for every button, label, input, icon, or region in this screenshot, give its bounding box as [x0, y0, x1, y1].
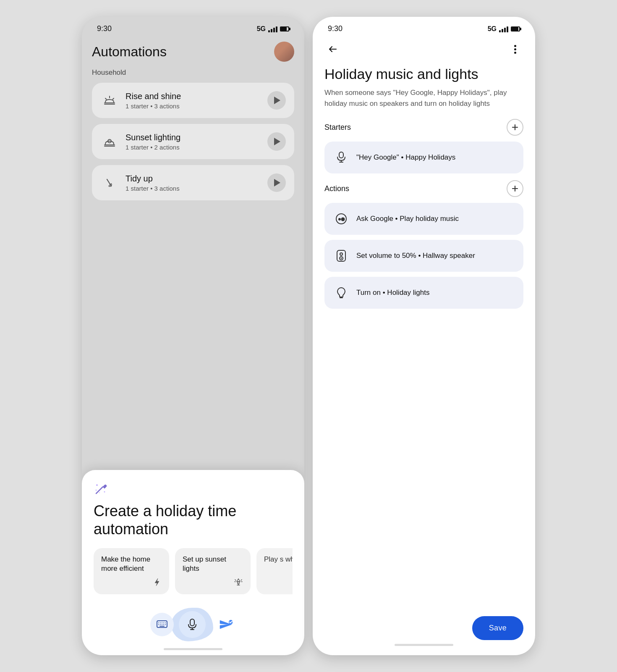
- detail-header: [324, 37, 523, 66]
- home-indicator-left: [164, 648, 222, 650]
- action-text-turn-on-lights: Turn on • Holiday lights: [356, 289, 429, 297]
- lamp-icon: [234, 578, 243, 589]
- svg-rect-28: [190, 619, 194, 626]
- signal-icon-right: [499, 26, 508, 32]
- play-button-sunset-lighting[interactable]: [267, 132, 286, 151]
- automation-title-sunset-lighting: Sunset lighting: [125, 133, 261, 142]
- status-icons-right: 5G: [488, 25, 520, 33]
- right-phone: 9:30 5G: [313, 17, 535, 655]
- network-right: 5G: [488, 25, 497, 33]
- starter-item-text: "Hey Google" • Happy Holidays: [356, 153, 455, 162]
- chip-text-efficient: Make the home more efficient: [101, 555, 162, 573]
- svg-point-8: [99, 492, 100, 493]
- mic-starter-icon: [334, 150, 349, 165]
- automation-subtitle-tidy-up: 1 starter • 3 actions: [125, 185, 261, 192]
- svg-point-36: [338, 218, 341, 220]
- status-bar-right: 9:30 5G: [313, 17, 535, 37]
- svg-line-12: [235, 580, 236, 580]
- send-button[interactable]: [216, 614, 236, 635]
- more-button[interactable]: [507, 41, 523, 58]
- chip-play[interactable]: Play s when: [256, 548, 293, 594]
- suggestion-chips: Make the home more efficient Set up suns…: [94, 548, 293, 594]
- bottom-sheet: Create a holiday time automation Make th…: [82, 470, 304, 655]
- mic-button-container: [179, 611, 206, 638]
- play-button-rise-and-shine[interactable]: [267, 91, 286, 110]
- action-card-set-volume[interactable]: Set volume to 50% • Hallway speaker: [324, 240, 523, 272]
- left-main-content: Automations Household: [82, 37, 304, 200]
- network-left: 5G: [257, 25, 266, 33]
- starters-label: Starters: [324, 123, 351, 132]
- right-main-content: Holiday music and lights When someone sa…: [313, 37, 535, 309]
- automation-text-tidy-up: Tidy up 1 starter • 3 actions: [125, 174, 261, 192]
- time-right: 9:30: [328, 24, 342, 33]
- keyboard-button[interactable]: [150, 613, 174, 636]
- chip-efficient[interactable]: Make the home more efficient: [94, 548, 169, 594]
- magic-icon: [94, 482, 293, 498]
- action-text-ask-google: Ask Google • Play holiday music: [356, 215, 459, 223]
- battery-icon: [280, 26, 289, 32]
- play-icon-sunset-lighting: [274, 138, 280, 145]
- signal-icon: [268, 26, 277, 32]
- svg-point-7: [104, 491, 105, 492]
- sheet-title: Create a holiday time automation: [94, 502, 293, 538]
- battery-icon-right: [511, 26, 520, 32]
- actions-label: Actions: [324, 184, 349, 193]
- automation-text-rise-and-shine: Rise and shine 1 starter • 3 actions: [125, 92, 261, 110]
- status-bar-left: 9:30 5G: [82, 17, 304, 37]
- detail-description: When someone says "Hey Google, Happy Hol…: [324, 87, 523, 109]
- mic-button[interactable]: [179, 611, 206, 638]
- play-button-tidy-up[interactable]: [267, 173, 286, 192]
- play-icon-tidy-up: [274, 179, 280, 186]
- chip-sunset-lights[interactable]: Set up sunset lights: [175, 548, 251, 594]
- back-button[interactable]: [324, 41, 341, 58]
- status-icons-left: 5G: [257, 25, 289, 33]
- svg-rect-32: [339, 152, 343, 158]
- svg-point-6: [96, 484, 98, 486]
- broom-icon: [100, 173, 119, 192]
- sunrise-icon: [100, 91, 119, 110]
- lightning-icon: [152, 578, 162, 589]
- starters-section-header: Starters: [324, 119, 523, 136]
- action-card-ask-google[interactable]: Ask Google • Play holiday music: [324, 203, 523, 235]
- starter-item[interactable]: "Hey Google" • Happy Holidays: [324, 142, 523, 173]
- automation-card-sunset-lighting[interactable]: Sunset lighting 1 starter • 2 actions: [92, 124, 294, 159]
- time-left: 9:30: [97, 24, 112, 33]
- action-text-set-volume: Set volume to 50% • Hallway speaker: [356, 252, 475, 260]
- household-label: Household: [92, 68, 294, 77]
- detail-title: Holiday music and lights: [324, 66, 523, 82]
- save-row: Save: [472, 616, 523, 640]
- automation-card-rise-and-shine[interactable]: Rise and shine 1 starter • 3 actions: [92, 83, 294, 118]
- automation-title-tidy-up: Tidy up: [125, 174, 261, 184]
- automation-subtitle-sunset-lighting: 1 starter • 2 actions: [125, 144, 261, 151]
- svg-point-37: [341, 218, 345, 221]
- automation-text-sunset-lighting: Sunset lighting 1 starter • 2 actions: [125, 133, 261, 151]
- add-action-button[interactable]: [507, 180, 523, 197]
- google-home-icon: [334, 211, 349, 226]
- chip-text-sunset-lights: Set up sunset lights: [183, 555, 243, 573]
- avatar[interactable]: [274, 42, 294, 62]
- sunset-icon: [100, 132, 119, 151]
- sheet-toolbar: [94, 606, 293, 648]
- svg-point-41: [341, 258, 342, 259]
- home-indicator-right: [395, 644, 453, 646]
- svg-point-5: [110, 185, 111, 186]
- svg-line-13: [241, 580, 242, 580]
- automations-title: Automations: [92, 44, 167, 60]
- left-phone: 9:30 5G Automations: [82, 17, 304, 655]
- action-card-turn-on-lights[interactable]: Turn on • Holiday lights: [324, 277, 523, 309]
- chip-text-play: Play s when: [264, 555, 293, 564]
- save-button[interactable]: Save: [472, 616, 523, 640]
- automation-card-tidy-up[interactable]: Tidy up 1 starter • 3 actions: [92, 165, 294, 200]
- svg-point-39: [340, 253, 342, 255]
- speaker-icon: [334, 248, 349, 263]
- automations-header: Automations: [92, 37, 294, 68]
- automation-title-rise-and-shine: Rise and shine: [125, 92, 261, 101]
- automation-subtitle-rise-and-shine: 1 starter • 3 actions: [125, 102, 261, 110]
- actions-section-header: Actions: [324, 180, 523, 197]
- play-icon-rise-and-shine: [274, 97, 280, 104]
- add-starter-button[interactable]: [507, 119, 523, 136]
- bulb-icon: [334, 285, 349, 300]
